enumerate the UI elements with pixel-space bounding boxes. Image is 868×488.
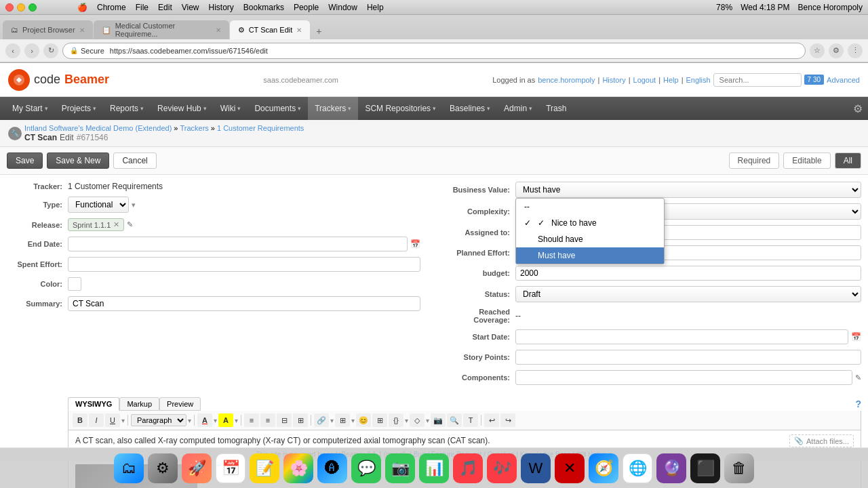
macro-button[interactable]: ◇ <box>410 413 425 427</box>
release-edit-icon[interactable]: ✎ <box>127 220 133 229</box>
font-color-arrow[interactable]: ▾ <box>214 417 217 424</box>
dock-appstore[interactable]: 🅐 <box>317 453 347 483</box>
font-color-button[interactable]: A <box>197 413 212 427</box>
image-button[interactable]: 📷 <box>431 413 446 427</box>
dock-terminal[interactable]: ⬛ <box>690 453 720 483</box>
nav-settings[interactable]: ⚙ <box>853 102 863 115</box>
nav-trash[interactable]: Trash <box>539 97 573 120</box>
save-new-button[interactable]: Save & New <box>47 152 109 169</box>
format-button[interactable]: T <box>463 413 478 427</box>
dock-chrome[interactable]: 🌐 <box>623 453 652 483</box>
table-arrow[interactable]: ▾ <box>351 417 355 424</box>
outdent-button[interactable]: ⊟ <box>277 413 292 427</box>
story-points-input[interactable] <box>515 350 861 365</box>
attach-files-area[interactable]: 📎 Attach files... <box>789 434 854 447</box>
type-select[interactable]: Functional <box>68 197 129 213</box>
bookmarks-menu[interactable]: Bookmarks <box>243 3 284 12</box>
dropdown-item-should[interactable]: Should have <box>516 231 664 247</box>
save-button[interactable]: Save <box>7 152 43 169</box>
bullet-list-button[interactable]: ≡ <box>244 413 259 427</box>
release-remove-btn[interactable]: ✕ <box>113 220 119 229</box>
bold-button[interactable]: B <box>73 413 87 427</box>
editor-tab-preview[interactable]: Preview <box>159 397 201 411</box>
budget-input[interactable] <box>515 266 861 281</box>
breadcrumb-org[interactable]: Intland Software's Medical Demo (Extende… <box>24 124 172 132</box>
user-link[interactable]: bence.horompoly <box>538 76 595 84</box>
tab-close-3[interactable]: ✕ <box>296 26 302 34</box>
address-bar[interactable]: 🔒 Secure https://saas.codebeamer.com/iss… <box>62 43 806 59</box>
macro-arrow[interactable]: ▾ <box>426 417 429 424</box>
dock-music[interactable]: 🎵 <box>453 453 483 483</box>
editor-tab-wysiwyg[interactable]: WYSIWYG <box>68 397 119 411</box>
color-picker[interactable] <box>68 277 81 291</box>
undo-button[interactable]: ↩ <box>484 413 499 427</box>
indent-button[interactable]: ⊞ <box>293 413 308 427</box>
back-button[interactable]: ‹ <box>5 43 20 58</box>
business-value-select[interactable]: Must have <box>515 182 861 198</box>
dropdown-item-must[interactable]: Must have <box>516 247 664 264</box>
enddate-calendar-icon[interactable]: 📅 <box>410 239 420 249</box>
help-menu[interactable]: Help <box>367 3 384 12</box>
status-select[interactable]: Draft <box>515 286 861 302</box>
tab-required[interactable]: Required <box>729 152 780 169</box>
code-button[interactable]: {} <box>389 413 403 427</box>
view-menu[interactable]: View <box>182 3 199 12</box>
people-menu[interactable]: People <box>294 3 319 12</box>
table-button[interactable]: ⊞ <box>335 413 350 427</box>
spenteff-input[interactable] <box>68 257 420 272</box>
start-date-input[interactable] <box>515 329 848 344</box>
english-link[interactable]: English <box>686 76 711 84</box>
history-link[interactable]: History <box>602 76 625 84</box>
tab-project-browser[interactable]: 🗂 Project Browser ✕ <box>3 20 93 39</box>
breadcrumb-project[interactable]: 1 Customer Requirements <box>217 124 304 132</box>
search-input[interactable] <box>713 73 802 87</box>
enddate-input[interactable] <box>68 237 408 251</box>
emoji-button[interactable]: 😊 <box>356 413 371 427</box>
history-menu[interactable]: History <box>209 3 234 12</box>
dock-itunes[interactable]: 🎶 <box>487 453 517 483</box>
editor-tab-markup[interactable]: Markup <box>119 397 159 411</box>
dock-launchpad[interactable]: 🚀 <box>182 453 212 483</box>
window-menu[interactable]: Window <box>328 3 357 12</box>
close-window-btn[interactable] <box>5 3 14 12</box>
special-char-button[interactable]: ⊞ <box>372 413 387 427</box>
nav-mystart[interactable]: My Start▾ <box>5 97 55 120</box>
underline-arrow[interactable]: ▾ <box>121 417 125 424</box>
redo-button[interactable]: ↪ <box>500 413 515 427</box>
italic-button[interactable]: I <box>89 413 104 427</box>
dock-messages[interactable]: 💬 <box>351 453 381 483</box>
dock-trash[interactable]: 🗑 <box>724 453 754 483</box>
nav-reports[interactable]: Reports▾ <box>103 97 151 120</box>
logout-link[interactable]: Logout <box>633 76 656 84</box>
dropdown-item-nice[interactable]: ✓ Nice to have <box>516 215 664 231</box>
underline-button[interactable]: U <box>105 413 120 427</box>
apple-menu[interactable]: 🍎 <box>77 3 87 12</box>
advanced-search-link[interactable]: Advanced <box>827 76 860 84</box>
dropdown-item-empty[interactable]: -- <box>516 199 664 215</box>
bookmark-button[interactable]: ☆ <box>810 43 825 58</box>
nav-admin[interactable]: Admin▾ <box>497 97 539 120</box>
refresh-button[interactable]: ↻ <box>43 43 58 58</box>
nav-documents[interactable]: Documents▾ <box>248 97 308 120</box>
nav-reviewhub[interactable]: Review Hub▾ <box>151 97 214 120</box>
dock-preferences[interactable]: ⚙ <box>148 453 178 483</box>
tab-ct-scan[interactable]: ⚙ CT Scan Edit ✕ <box>230 20 311 39</box>
components-input[interactable] <box>515 370 852 385</box>
file-menu[interactable]: File <box>136 3 149 12</box>
help-link[interactable]: Help <box>663 76 679 84</box>
code-arrow[interactable]: ▾ <box>405 417 408 424</box>
paragraph-select[interactable]: Paragraph <box>131 414 186 426</box>
dock-numbers[interactable]: 📊 <box>419 453 449 483</box>
components-edit-icon[interactable]: ✎ <box>855 373 861 382</box>
logo[interactable]: codeBeamer <box>8 69 109 91</box>
start-date-calendar-icon[interactable]: 📅 <box>851 332 861 342</box>
dock-calendar[interactable]: 📅 <box>216 453 245 483</box>
tab-all[interactable]: All <box>835 152 861 169</box>
help-icon[interactable]: ? <box>855 399 861 409</box>
breadcrumb-trackers[interactable]: Trackers <box>180 124 208 132</box>
num-list-button[interactable]: ≡ <box>260 413 275 427</box>
dock-facetime[interactable]: 📷 <box>385 453 415 483</box>
paragraph-arrow[interactable]: ▾ <box>188 417 191 424</box>
edit-menu[interactable]: Edit <box>158 3 172 12</box>
nav-scm[interactable]: SCM Repositories▾ <box>358 97 443 120</box>
